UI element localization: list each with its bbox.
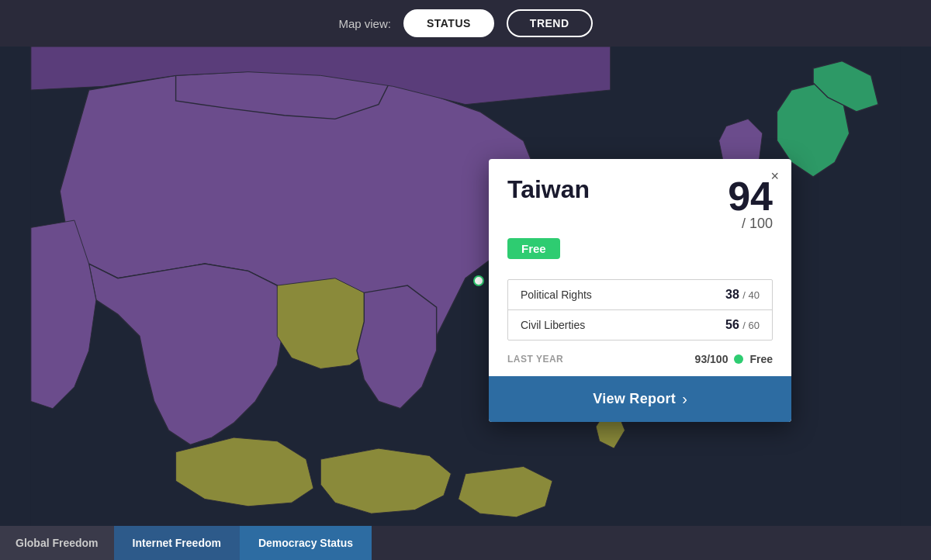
civil-liberties-label: Civil Liberties <box>521 319 585 331</box>
popup-score-block: 94 / 100 <box>728 176 773 230</box>
popup-score-number: 94 <box>728 174 773 219</box>
popup-view-report-btn[interactable]: View Report › <box>489 376 791 422</box>
map-container[interactable]: × Taiwan 94 / 100 Free Political Rights … <box>0 47 931 526</box>
map-view-label: Map view: <box>338 17 391 30</box>
tab-global-freedom[interactable]: Global Freedom <box>0 526 114 560</box>
popup-close-btn[interactable]: × <box>770 168 779 185</box>
tab-democracy-status[interactable]: Democracy Status <box>240 526 372 560</box>
political-rights-score: 38 / 40 <box>725 288 760 302</box>
last-year-label: LAST YEAR <box>507 354 563 365</box>
taiwan-marker <box>473 275 484 286</box>
political-rights-label: Political Rights <box>521 289 592 301</box>
popup-table-row-political: Political Rights 38 / 40 <box>508 280 772 310</box>
popup-country-name: Taiwan <box>507 176 590 203</box>
last-year-score: 93/100 <box>695 353 729 365</box>
last-year-status: Free <box>749 353 773 365</box>
tab-internet-freedom[interactable]: Internet Freedom <box>114 526 240 560</box>
popup-title-row: Taiwan 94 / 100 <box>507 176 773 230</box>
popup-score-denom: / 100 <box>742 216 773 231</box>
view-report-label: View Report <box>593 391 676 407</box>
popup-header: × Taiwan 94 / 100 Free <box>489 159 791 268</box>
popup-table: Political Rights 38 / 40 Civil Liberties… <box>507 279 773 340</box>
bottom-tabs: Global Freedom Internet Freedom Democrac… <box>0 526 931 560</box>
popup-table-row-civil: Civil Liberties 56 / 60 <box>508 310 772 340</box>
popup-last-year-row: LAST YEAR 93/100 Free <box>489 348 791 376</box>
popup-card: × Taiwan 94 / 100 Free Political Rights … <box>489 159 791 422</box>
political-rights-denom: / 40 <box>742 289 760 301</box>
view-report-chevron: › <box>682 390 687 408</box>
status-toggle-btn[interactable]: STATUS <box>403 9 494 37</box>
civil-liberties-score: 56 / 60 <box>725 318 760 332</box>
trend-toggle-btn[interactable]: TREND <box>507 9 593 37</box>
last-year-dot <box>734 354 743 364</box>
civil-liberties-denom: / 60 <box>742 320 760 331</box>
header-bar: Map view: STATUS TREND <box>0 0 931 47</box>
popup-status-badge: Free <box>507 238 560 259</box>
map-svg <box>0 47 931 526</box>
